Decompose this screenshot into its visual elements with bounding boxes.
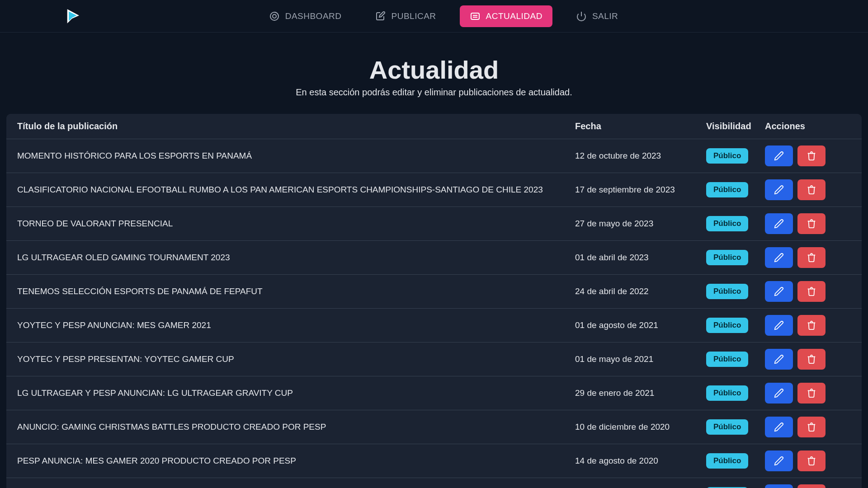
post-visibility: Público <box>706 385 765 401</box>
table-row: TENEMOS SELECCIÓN ESPORTS DE PANAMÁ DE F… <box>6 275 862 309</box>
delete-button[interactable] <box>797 417 826 437</box>
logo-icon <box>63 7 82 26</box>
trash-icon <box>807 151 816 161</box>
dashboard-icon <box>269 11 280 22</box>
post-date: 12 de octubre de 2023 <box>575 151 706 161</box>
post-date: 27 de mayo de 2023 <box>575 219 706 229</box>
table-row: MOMENTO HISTÓRICO PARA LOS ESPORTS EN PA… <box>6 139 862 173</box>
post-title: TENEMOS SELECCIÓN ESPORTS DE PANAMÁ DE F… <box>17 286 575 296</box>
post-date: 14 de agosto de 2020 <box>575 456 706 466</box>
visibility-badge: Público <box>706 148 748 164</box>
post-actions <box>765 247 851 268</box>
table-row: YOYTEC Y PESP PRESENTAN: YOYTEC GAMER CU… <box>6 343 862 376</box>
table-row: CLASIFICATORIO NACIONAL EFOOTBALL RUMBO … <box>6 173 862 207</box>
post-actions <box>765 349 851 370</box>
delete-button[interactable] <box>797 179 826 200</box>
trash-icon <box>807 388 816 398</box>
delete-button[interactable] <box>797 145 826 166</box>
trash-icon <box>807 219 816 229</box>
delete-button[interactable] <box>797 315 826 336</box>
pencil-icon <box>774 320 784 330</box>
delete-button[interactable] <box>797 281 826 302</box>
pencil-icon <box>774 286 784 296</box>
post-actions <box>765 145 851 166</box>
post-date: 01 de mayo de 2021 <box>575 354 706 364</box>
edit-button[interactable] <box>765 281 793 302</box>
post-date: 01 de abril de 2023 <box>575 253 706 263</box>
edit-button[interactable] <box>765 247 793 268</box>
trash-icon <box>807 286 816 296</box>
delete-button[interactable] <box>797 450 826 471</box>
nav-label: DASHBOARD <box>285 11 342 21</box>
post-title: YOYTEC Y PESP PRESENTAN: YOYTEC GAMER CU… <box>17 354 575 364</box>
delete-button[interactable] <box>797 484 826 488</box>
delete-button[interactable] <box>797 213 826 234</box>
table-row: LG ULTRAGEAR Y PESP ANUNCIAN: LG ULTRAGE… <box>6 376 862 410</box>
edit-button[interactable] <box>765 383 793 404</box>
edit-button[interactable] <box>765 179 793 200</box>
logo[interactable] <box>63 7 82 26</box>
delete-button[interactable] <box>797 349 826 370</box>
visibility-badge: Público <box>706 284 748 299</box>
table-row: PESP ANUNCIA: VALORANT PATH OF THE ELEME… <box>6 478 862 488</box>
post-date: 29 de enero de 2021 <box>575 388 706 398</box>
nav-label: ACTUALIDAD <box>486 11 542 21</box>
nav-actualidad[interactable]: ACTUALIDAD <box>460 5 552 27</box>
edit-button[interactable] <box>765 484 793 488</box>
edit-icon <box>375 11 386 22</box>
edit-button[interactable] <box>765 213 793 234</box>
table-row: YOYTEC Y PESP ANUNCIAN: MES GAMER 202101… <box>6 309 862 343</box>
th-visibility: Visibilidad <box>706 121 765 131</box>
edit-button[interactable] <box>765 417 793 437</box>
visibility-badge: Público <box>706 453 748 469</box>
edit-button[interactable] <box>765 315 793 336</box>
post-visibility: Público <box>706 318 765 333</box>
news-icon <box>470 11 481 22</box>
post-visibility: Público <box>706 148 765 164</box>
trash-icon <box>807 320 816 330</box>
nav-items: DASHBOARD PUBLICAR ACTUALIDAD SALIR <box>82 5 805 27</box>
svg-rect-2 <box>471 13 479 19</box>
post-title: MOMENTO HISTÓRICO PARA LOS ESPORTS EN PA… <box>17 151 575 161</box>
trash-icon <box>807 253 816 263</box>
edit-button[interactable] <box>765 450 793 471</box>
post-visibility: Público <box>706 419 765 435</box>
visibility-badge: Público <box>706 419 748 435</box>
visibility-badge: Público <box>706 250 748 265</box>
post-title: LG ULTRAGEAR OLED GAMING TOURNAMENT 2023 <box>17 253 575 263</box>
delete-button[interactable] <box>797 247 826 268</box>
table-row: ANUNCIO: GAMING CHRISTMAS BATTLES PRODUC… <box>6 410 862 444</box>
table-row: TORNEO DE VALORANT PRESENCIAL27 de mayo … <box>6 207 862 241</box>
post-actions <box>765 484 851 488</box>
nav-label: PUBLICAR <box>392 11 436 21</box>
pencil-icon <box>774 253 784 263</box>
nav-salir[interactable]: SALIR <box>566 5 628 27</box>
edit-button[interactable] <box>765 145 793 166</box>
trash-icon <box>807 456 816 466</box>
delete-button[interactable] <box>797 383 826 404</box>
page-header: Actualidad En esta sección podrás editar… <box>6 55 862 98</box>
post-actions <box>765 417 851 437</box>
post-visibility: Público <box>706 352 765 367</box>
post-visibility: Público <box>706 216 765 231</box>
visibility-badge: Público <box>706 216 748 231</box>
visibility-badge: Público <box>706 385 748 401</box>
power-icon <box>576 11 587 22</box>
pencil-icon <box>774 388 784 398</box>
pencil-icon <box>774 456 784 466</box>
post-title: TORNEO DE VALORANT PRESENCIAL <box>17 219 575 229</box>
table-header: Título de la publicación Fecha Visibilid… <box>6 114 862 139</box>
post-visibility: Público <box>706 284 765 299</box>
edit-button[interactable] <box>765 349 793 370</box>
nav-dashboard[interactable]: DASHBOARD <box>259 5 352 27</box>
pencil-icon <box>774 422 784 432</box>
nav-publicar[interactable]: PUBLICAR <box>365 5 446 27</box>
svg-point-1 <box>273 14 276 18</box>
post-actions <box>765 315 851 336</box>
table-row: PESP ANUNCIA: MES GAMER 2020 PRODUCTO CR… <box>6 444 862 478</box>
post-date: 17 de septiembre de 2023 <box>575 185 706 195</box>
pencil-icon <box>774 219 784 229</box>
trash-icon <box>807 422 816 432</box>
posts-table: Título de la publicación Fecha Visibilid… <box>6 114 862 488</box>
pencil-icon <box>774 354 784 364</box>
